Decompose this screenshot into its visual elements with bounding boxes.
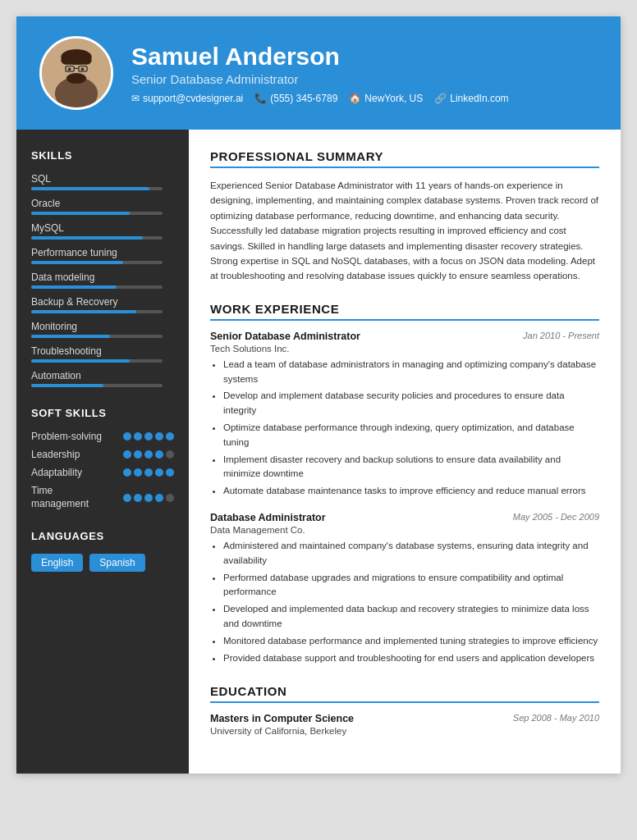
work-section: WORK EXPERIENCE Senior Database Administ… <box>210 302 599 666</box>
avatar <box>39 36 113 110</box>
skill-sql-label: SQL <box>31 173 174 185</box>
skill-monitoring: Monitoring <box>31 321 174 338</box>
skill-oracle-label: Oracle <box>31 198 174 209</box>
skill-perf-label: Performance tuning <box>31 247 174 258</box>
contact-linkedin: 🔗 LinkedIn.com <box>434 93 508 104</box>
edu-1-dates: Sep 2008 - May 2010 <box>513 713 599 723</box>
soft-skill-leadership: Leadership <box>31 449 174 460</box>
main-content: PROFESSIONAL SUMMARY Experienced Senior … <box>189 130 621 774</box>
skill-backup-label: Backup & Recovery <box>31 296 174 308</box>
work-title: WORK EXPERIENCE <box>210 302 599 321</box>
edu-1-school: University of California, Berkeley <box>210 726 599 736</box>
job-2: Database Administrator May 2005 - Dec 20… <box>210 512 599 666</box>
svg-rect-4 <box>61 56 91 65</box>
list-item: Provided database support and troublesho… <box>223 651 599 666</box>
skill-backup: Backup & Recovery <box>31 296 174 313</box>
list-item: Lead a team of database administrators i… <box>223 358 599 387</box>
resume-container: Samuel Anderson Senior Database Administ… <box>16 16 621 774</box>
linkedin-icon: 🔗 <box>434 93 447 104</box>
edu-1-header: Masters in Computer Science Sep 2008 - M… <box>210 713 599 724</box>
email-text: support@cvdesigner.ai <box>143 93 243 104</box>
contact-list: ✉ support@cvdesigner.ai 📞 (555) 345-6789… <box>131 93 598 104</box>
email-icon: ✉ <box>131 93 140 104</box>
summary-title: PROFESSIONAL SUMMARY <box>210 149 599 168</box>
soft-skill-time-management-label: Timemanagement <box>31 485 89 510</box>
soft-skill-time-management: Timemanagement <box>31 485 174 510</box>
location-text: NewYork, US <box>364 93 423 104</box>
list-item: Optimize database performance through in… <box>223 421 599 450</box>
list-item: Developed and implemented data backup an… <box>223 602 599 632</box>
header-info: Samuel Anderson Senior Database Administ… <box>131 43 598 104</box>
edu-1-degree: Masters in Computer Science <box>210 713 354 724</box>
job-1-title: Senior Database Administrator <box>210 331 360 342</box>
skill-sql: SQL <box>31 173 174 190</box>
skill-troubleshooting: Troubleshooting <box>31 345 174 363</box>
skill-mysql: MySQL <box>31 222 174 240</box>
person-name: Samuel Anderson <box>131 43 598 70</box>
skills-title: SKILLS <box>31 149 174 162</box>
skill-automation-label: Automation <box>31 370 174 381</box>
job-1-header: Senior Database Administrator Jan 2010 -… <box>210 331 599 342</box>
lang-spanish: Spanish <box>89 554 144 572</box>
list-item: Implement disaster recovery and backup s… <box>223 453 599 482</box>
languages-section: LANGUAGES English Spanish <box>31 530 174 572</box>
list-item: Performed database upgrades and migratio… <box>223 571 599 600</box>
soft-skill-problem-solving-dots <box>123 432 174 441</box>
education-section: EDUCATION Masters in Computer Science Se… <box>210 684 599 736</box>
contact-phone: 📞 (555) 345-6789 <box>254 93 337 104</box>
education-title: EDUCATION <box>210 684 599 703</box>
list-item: Develop and implement database security … <box>223 389 599 418</box>
resume-body: SKILLS SQL Oracle MySQL Performance tuni… <box>16 130 621 774</box>
job-1: Senior Database Administrator Jan 2010 -… <box>210 331 599 499</box>
lang-english: English <box>31 554 83 572</box>
skill-automation: Automation <box>31 370 174 387</box>
location-icon: 🏠 <box>349 93 361 104</box>
soft-skill-adaptability-label: Adaptability <box>31 467 82 478</box>
skills-section: SKILLS SQL Oracle MySQL Performance tuni… <box>31 149 174 387</box>
job-2-dates: May 2005 - Dec 2009 <box>513 512 599 522</box>
skill-data-modeling: Data modeling <box>31 272 174 289</box>
job-2-company: Data Management Co. <box>210 525 599 535</box>
summary-text: Experienced Senior Database Administrato… <box>210 178 599 284</box>
soft-skill-problem-solving-label: Problem-solving <box>31 431 102 442</box>
job-1-company: Tech Solutions Inc. <box>210 344 599 354</box>
contact-email: ✉ support@cvdesigner.ai <box>131 93 243 104</box>
soft-skill-leadership-dots <box>123 450 174 459</box>
edu-1: Masters in Computer Science Sep 2008 - M… <box>210 713 599 736</box>
skill-troubleshooting-label: Troubleshooting <box>31 345 174 357</box>
skill-sql-bar-bg <box>31 187 163 190</box>
svg-point-9 <box>68 67 71 71</box>
linkedin-text: LinkedIn.com <box>450 93 508 104</box>
skill-data-modeling-label: Data modeling <box>31 272 174 283</box>
person-title: Senior Database Administrator <box>131 72 598 86</box>
soft-skill-leadership-label: Leadership <box>31 449 80 460</box>
list-item: Monitored database performance and imple… <box>223 634 599 649</box>
language-tags: English Spanish <box>31 554 174 572</box>
svg-point-10 <box>81 67 85 71</box>
languages-title: LANGUAGES <box>31 530 174 542</box>
summary-section: PROFESSIONAL SUMMARY Experienced Senior … <box>210 149 599 284</box>
soft-skills-section: SOFT SKILLS Problem-solving Leadership A… <box>31 407 174 510</box>
skill-oracle: Oracle <box>31 198 174 215</box>
soft-skill-adaptability-dots <box>123 468 174 477</box>
skill-perf: Performance tuning <box>31 247 174 264</box>
list-item: Automate database maintenance tasks to i… <box>223 484 599 499</box>
soft-skills-title: SOFT SKILLS <box>31 407 174 419</box>
soft-skill-time-management-dots <box>123 494 174 502</box>
skill-monitoring-label: Monitoring <box>31 321 174 332</box>
contact-location: 🏠 NewYork, US <box>349 93 423 104</box>
job-2-bullets: Administered and maintained company's da… <box>210 539 599 666</box>
phone-text: (555) 345-6789 <box>270 93 337 104</box>
svg-point-5 <box>66 73 86 84</box>
list-item: Administered and maintained company's da… <box>223 539 599 568</box>
skill-mysql-label: MySQL <box>31 222 174 234</box>
job-2-header: Database Administrator May 2005 - Dec 20… <box>210 512 599 523</box>
sidebar: SKILLS SQL Oracle MySQL Performance tuni… <box>16 130 189 774</box>
resume-header: Samuel Anderson Senior Database Administ… <box>16 16 621 130</box>
soft-skill-problem-solving: Problem-solving <box>31 431 174 442</box>
soft-skill-adaptability: Adaptability <box>31 467 174 478</box>
phone-icon: 📞 <box>254 93 267 104</box>
job-1-dates: Jan 2010 - Present <box>523 331 599 340</box>
job-2-title: Database Administrator <box>210 512 326 523</box>
skill-sql-bar-fill <box>31 187 149 190</box>
